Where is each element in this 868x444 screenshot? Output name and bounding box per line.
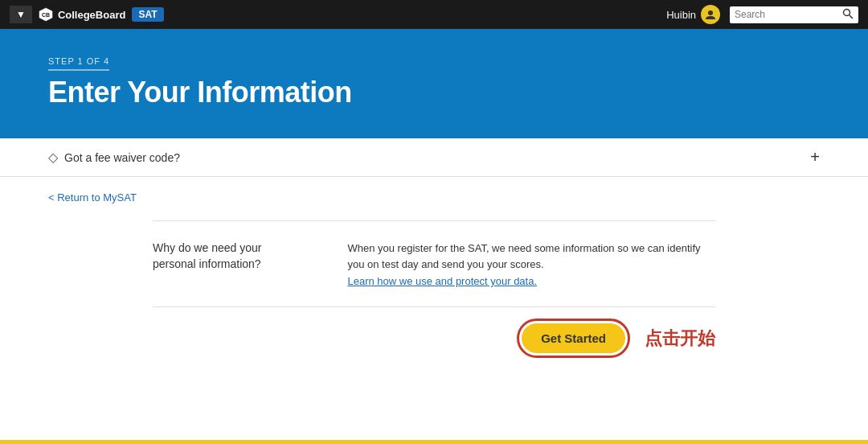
fee-waiver-left: ◇ Got a fee waiver code? xyxy=(48,150,180,165)
collegeboard-logo: CB CollegeBoard xyxy=(39,7,126,22)
nav-dropdown-button[interactable]: ▼ xyxy=(10,6,32,23)
info-answer-text: When you register for the SAT, we need s… xyxy=(347,240,715,272)
page-title: Enter Your Information xyxy=(48,76,820,109)
get-started-section: Get Started 点击开始 xyxy=(153,306,715,353)
info-answer-block: When you register for the SAT, we need s… xyxy=(347,240,715,287)
main-content: < Return to MySAT Why do we need your pe… xyxy=(0,177,868,366)
svg-text:CB: CB xyxy=(42,12,50,18)
get-started-button[interactable]: Get Started xyxy=(522,323,625,353)
sat-badge: SAT xyxy=(132,7,163,22)
collegeboard-shield-icon: CB xyxy=(39,7,53,22)
expand-icon: + xyxy=(810,148,820,166)
search-bar xyxy=(730,6,858,23)
bottom-bar xyxy=(0,440,868,444)
user-icon xyxy=(705,9,716,20)
search-input[interactable] xyxy=(735,9,839,20)
svg-point-3 xyxy=(844,9,850,15)
nav-left: ▼ CB CollegeBoard SAT xyxy=(10,6,164,23)
fee-waiver-icon: ◇ xyxy=(48,150,58,165)
avatar xyxy=(701,5,720,24)
fee-waiver-label: Got a fee waiver code? xyxy=(64,151,180,164)
data-privacy-link[interactable]: Learn how we use and protect your data. xyxy=(347,275,715,287)
annotation-text: 点击开始 xyxy=(645,327,715,351)
search-button[interactable] xyxy=(842,8,854,22)
top-navigation: ▼ CB CollegeBoard SAT Huibin xyxy=(0,0,868,29)
svg-line-4 xyxy=(850,14,854,18)
nav-right: Huibin xyxy=(666,5,858,24)
svg-point-2 xyxy=(708,10,713,15)
info-section: Why do we need your personal information… xyxy=(153,220,715,287)
collegeboard-text: CollegeBoard xyxy=(58,9,126,21)
user-name: Huibin xyxy=(666,9,696,21)
fee-waiver-bar[interactable]: ◇ Got a fee waiver code? + xyxy=(0,138,868,177)
page-header: STEP 1 OF 4 Enter Your Information xyxy=(0,29,868,138)
chevron-down-icon: ▼ xyxy=(16,9,26,20)
search-icon xyxy=(842,8,854,19)
user-info: Huibin xyxy=(666,5,720,24)
info-question: Why do we need your personal information… xyxy=(153,240,299,287)
step-label: STEP 1 OF 4 xyxy=(48,56,109,71)
return-to-mysat-link[interactable]: < Return to MySAT xyxy=(48,191,137,204)
